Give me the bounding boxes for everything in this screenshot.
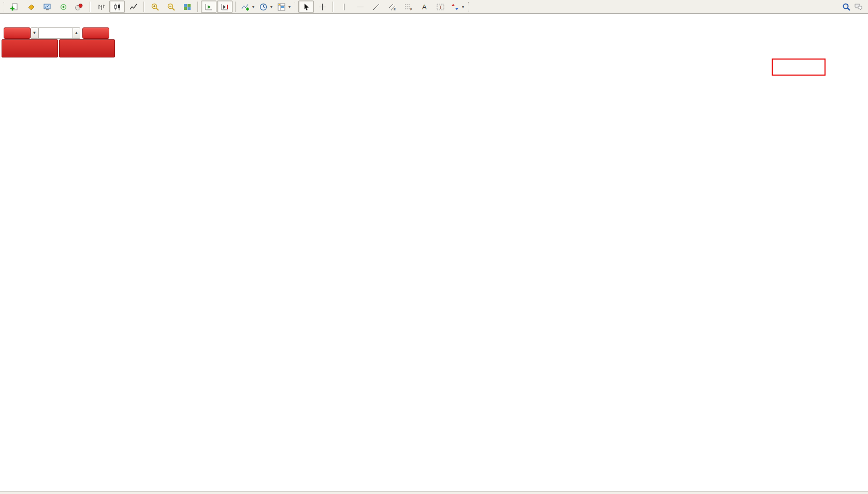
tile-windows-icon: [183, 3, 192, 11]
volume-down-button[interactable]: ▼: [31, 27, 38, 39]
equidistant-channel-icon: E: [388, 3, 397, 11]
templates-dropdown-caret: ▾: [288, 5, 291, 9]
chart-ohlc-header: [4, 16, 17, 23]
candlestick-chart-icon: [113, 3, 122, 11]
arrows-icon: [451, 3, 459, 11]
periods-dropdown-caret: ▾: [270, 5, 272, 9]
toolbar-separator: [90, 2, 91, 12]
line-chart-type-button[interactable]: [125, 1, 141, 13]
label-tool-icon: T: [436, 3, 445, 11]
clock-icon: [259, 3, 268, 11]
auto-scroll-button[interactable]: [201, 1, 216, 13]
toolbar-grip[interactable]: [468, 2, 470, 11]
new-order-button[interactable]: [7, 1, 23, 13]
arrows-tool-button[interactable]: ▾: [449, 1, 466, 13]
toolbar-separator: [197, 2, 198, 12]
toolbar-separator: [235, 2, 236, 12]
chart-shift-button[interactable]: [217, 1, 233, 13]
label-tool-button[interactable]: T: [432, 1, 448, 13]
zoom-out-button[interactable]: [163, 1, 179, 13]
one-click-trading-panel: ▼ ▲: [2, 23, 116, 57]
svg-text:F: F: [410, 8, 412, 11]
line-chart-icon: [129, 3, 138, 11]
auto-trading-button[interactable]: [71, 1, 87, 13]
volume-input[interactable]: [38, 27, 76, 39]
signals-button[interactable]: [55, 1, 71, 13]
periods-button[interactable]: ▾: [257, 1, 274, 13]
sell-button[interactable]: [4, 27, 31, 39]
indicators-dropdown-caret: ▾: [252, 5, 254, 9]
svg-text:A: A: [422, 3, 427, 11]
templates-icon: [277, 3, 286, 11]
zoom-out-icon: [167, 3, 176, 11]
toolbar-separator: [332, 2, 334, 12]
main-toolbar: ▾ ▾ ▾ E F: [0, 0, 868, 14]
svg-text:E: E: [394, 8, 396, 11]
text-tool-icon: A: [420, 3, 429, 11]
chart-shift-icon: [221, 3, 229, 11]
crosshair-icon: [318, 3, 327, 11]
trendline-tool-button[interactable]: [368, 1, 384, 13]
cursor-button[interactable]: [298, 1, 314, 13]
tile-windows-button[interactable]: [179, 1, 195, 13]
svg-text:T: T: [439, 5, 442, 10]
buy-button[interactable]: [82, 27, 109, 39]
price-chart-canvas[interactable]: [0, 0, 868, 494]
fibonacci-tool-button[interactable]: F: [400, 1, 416, 13]
vertical-line-tool-button[interactable]: [336, 1, 352, 13]
price-level-text-object[interactable]: [772, 59, 826, 76]
zoom-in-icon: [151, 3, 160, 11]
toolbar-separator: [143, 2, 144, 12]
bar-chart-icon: [97, 3, 106, 11]
crosshair-button[interactable]: [314, 1, 330, 13]
toolbar-grip[interactable]: [4, 2, 5, 11]
gold-box-icon: [27, 3, 36, 11]
candlestick-chart-type-button[interactable]: [109, 1, 125, 13]
horizontal-line-icon: [356, 3, 365, 11]
bar-chart-type-button[interactable]: [93, 1, 109, 13]
window-bottom-edge: [0, 491, 868, 494]
chart-windows-button[interactable]: [39, 1, 55, 13]
toolbar-right-group: [842, 3, 866, 11]
auto-trading-icon: [74, 3, 83, 11]
mt4-window: ▾ ▾ ▾ E F: [0, 0, 868, 494]
signals-icon: [59, 3, 68, 11]
gold-box-button[interactable]: [23, 1, 39, 13]
new-order-icon: [10, 3, 19, 11]
cursor-icon: [302, 3, 311, 11]
sell-price-tile[interactable]: [2, 39, 58, 57]
indicators-icon: [241, 3, 250, 11]
search-icon[interactable]: [842, 3, 851, 11]
toolbar-grip[interactable]: [295, 2, 296, 11]
trendline-icon: [372, 3, 381, 11]
zoom-in-button[interactable]: [147, 1, 163, 13]
buy-price-tile[interactable]: [59, 39, 115, 57]
vertical-line-icon: [340, 3, 349, 11]
volume-up-button[interactable]: ▲: [73, 27, 80, 39]
arrows-dropdown-caret: ▾: [462, 5, 464, 9]
auto-scroll-icon: [205, 3, 213, 11]
fibonacci-icon: F: [404, 3, 413, 11]
templates-button[interactable]: ▾: [275, 1, 293, 13]
chart-windows-icon: [43, 3, 52, 11]
chat-icon[interactable]: [854, 3, 863, 11]
text-tool-button[interactable]: A: [416, 1, 432, 13]
channel-tool-button[interactable]: E: [384, 1, 400, 13]
indicators-button[interactable]: ▾: [239, 1, 256, 13]
horizontal-line-tool-button[interactable]: [352, 1, 368, 13]
